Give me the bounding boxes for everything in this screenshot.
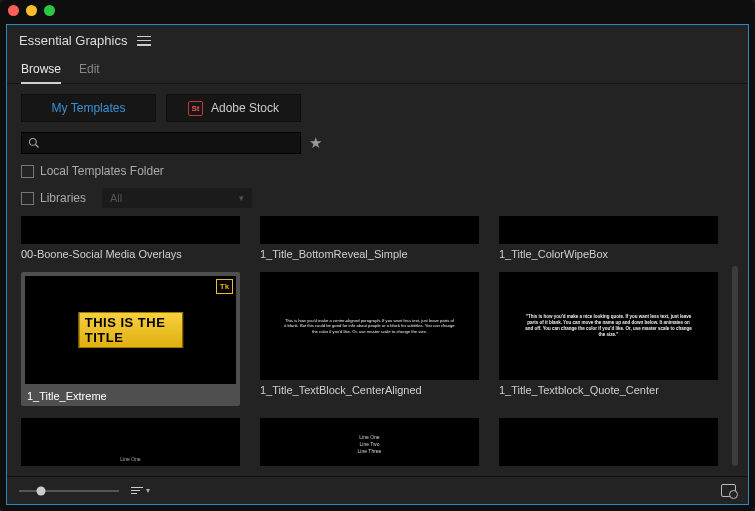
my-templates-label: My Templates	[52, 101, 126, 115]
minimize-icon[interactable]	[26, 5, 37, 16]
chevron-down-icon: ▾	[146, 486, 150, 495]
preview-line: Line Three	[358, 448, 382, 455]
local-folder-checkbox[interactable]	[21, 165, 34, 178]
template-thumb	[260, 216, 479, 244]
template-thumb: Line One	[21, 418, 240, 466]
template-card[interactable]: This is how you'd make a center-aligned …	[260, 272, 479, 406]
template-card[interactable]: 1_Title_ColorWipeBox	[499, 216, 718, 260]
panel-menu-icon[interactable]	[137, 36, 151, 46]
scrollbar[interactable]	[732, 266, 738, 466]
stock-badge-icon: St	[188, 101, 203, 116]
slider-knob[interactable]	[37, 486, 46, 495]
template-card[interactable]: Line One Line Two Line Three	[260, 418, 479, 466]
tabs: Browse Edit	[7, 52, 748, 84]
panel-title: Essential Graphics	[19, 33, 127, 48]
template-thumb: Line One Line Two Line Three	[260, 418, 479, 466]
adobe-stock-button[interactable]: St Adobe Stock	[166, 94, 301, 122]
template-thumb: Tk THIS IS THE TITLE	[25, 276, 236, 384]
my-templates-button[interactable]: My Templates	[21, 94, 156, 122]
template-label: 00-Boone-Social Media Overlays	[21, 248, 240, 260]
template-card[interactable]: 1_Title_BottomReveal_Simple	[260, 216, 479, 260]
libraries-checkbox[interactable]	[21, 192, 34, 205]
mac-titlebar	[0, 0, 755, 20]
tab-browse[interactable]: Browse	[21, 58, 61, 84]
template-label: 1_Title_Extreme	[25, 388, 236, 402]
app-window: Essential Graphics Browse Edit My Templa…	[0, 0, 755, 511]
template-thumb	[499, 216, 718, 244]
thumbnail-size-slider[interactable]	[19, 490, 119, 492]
template-card-selected[interactable]: Tk THIS IS THE TITLE 1_Title_Extreme	[21, 272, 240, 406]
template-thumb	[21, 216, 240, 244]
libraries-select[interactable]: All ▾	[102, 188, 252, 208]
template-card[interactable]: "This is how you'd make a nice looking q…	[499, 272, 718, 406]
templates-grid: 00-Boone-Social Media Overlays 1_Title_B…	[7, 216, 748, 476]
template-card[interactable]	[499, 418, 718, 466]
search-row: ★	[21, 132, 734, 154]
typekit-badge-icon: Tk	[216, 279, 233, 294]
template-card[interactable]: 00-Boone-Social Media Overlays	[21, 216, 240, 260]
libraries-row: Libraries All ▾	[21, 188, 734, 208]
panel-footer: ▾	[7, 476, 748, 504]
svg-point-0	[30, 139, 37, 146]
template-thumb	[499, 418, 718, 466]
preview-text: THIS IS THE TITLE	[78, 312, 184, 348]
sort-icon	[131, 486, 143, 496]
search-input[interactable]	[21, 132, 301, 154]
libraries-label: Libraries	[40, 191, 86, 205]
close-icon[interactable]	[8, 5, 19, 16]
sort-menu[interactable]: ▾	[131, 486, 150, 496]
essential-graphics-panel: Essential Graphics Browse Edit My Templa…	[6, 24, 749, 505]
adobe-stock-label: Adobe Stock	[211, 101, 279, 115]
controls-area: My Templates St Adobe Stock ★ Local Temp…	[7, 84, 748, 216]
preview-text: "This is how you'd make a nice looking q…	[523, 314, 694, 338]
panel-header: Essential Graphics	[7, 25, 748, 52]
template-label: 1_Title_TextBlock_CenterAligned	[260, 384, 479, 396]
chevron-down-icon: ▾	[239, 193, 244, 203]
local-folder-label: Local Templates Folder	[40, 164, 164, 178]
preview-text: Line One	[120, 456, 140, 462]
libraries-select-value: All	[110, 192, 122, 204]
preview-line: Line One	[358, 434, 382, 441]
template-label: 1_Title_BottomReveal_Simple	[260, 248, 479, 260]
maximize-icon[interactable]	[44, 5, 55, 16]
template-card[interactable]: Line One	[21, 418, 240, 466]
source-buttons: My Templates St Adobe Stock	[21, 94, 734, 122]
template-thumb: This is how you'd make a center-aligned …	[260, 272, 479, 380]
tab-edit[interactable]: Edit	[79, 58, 100, 83]
search-icon	[28, 137, 40, 149]
local-folder-row: Local Templates Folder	[21, 164, 734, 178]
template-thumb: "This is how you'd make a nice looking q…	[499, 272, 718, 380]
preview-line: Line Two	[358, 441, 382, 448]
preview-text-list: Line One Line Two Line Three	[358, 434, 382, 455]
template-label: 1_Title_Textblock_Quote_Center	[499, 384, 718, 396]
new-item-button[interactable]	[721, 484, 736, 497]
svg-line-1	[36, 145, 39, 148]
favorites-star-icon[interactable]: ★	[309, 134, 322, 152]
preview-text: This is how you'd make a center-aligned …	[284, 318, 455, 334]
template-label: 1_Title_ColorWipeBox	[499, 248, 718, 260]
